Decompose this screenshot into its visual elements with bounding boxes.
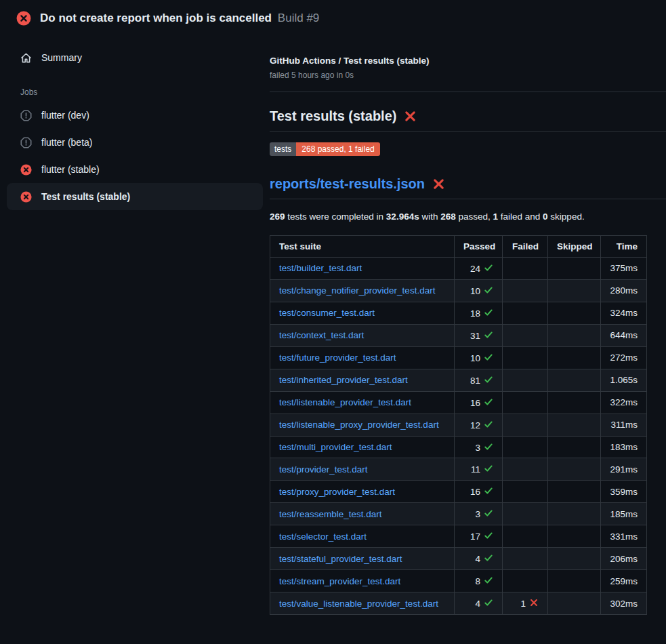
summary-passed: 268 xyxy=(440,212,456,222)
passed-cell: 4 xyxy=(455,592,503,615)
suite-link[interactable]: test/listenable_proxy_provider_test.dart xyxy=(279,420,439,430)
column-header-passed: Passed xyxy=(455,236,503,258)
tests-badge-label: tests xyxy=(270,142,296,156)
run-meta: failed 5 hours ago in 0s xyxy=(270,71,666,80)
suite-link[interactable]: test/multi_provider_test.dart xyxy=(279,442,392,452)
suite-cell: test/listenable_proxy_provider_test.dart xyxy=(270,414,455,436)
passed-count: 12 xyxy=(470,420,480,430)
suite-link[interactable]: test/future_provider_test.dart xyxy=(279,353,396,363)
sidebar-item-summary[interactable]: Summary xyxy=(7,45,263,71)
suite-cell: test/stateful_provider_test.dart xyxy=(270,548,455,570)
x-circle-fill-icon xyxy=(20,191,32,203)
green-check-icon xyxy=(484,576,493,585)
suite-cell: test/future_provider_test.dart xyxy=(270,346,455,369)
time-cell: 206ms xyxy=(601,548,647,570)
green-check-icon xyxy=(484,330,493,340)
skipped-cell xyxy=(548,391,601,414)
skipped-cell xyxy=(548,525,601,548)
summary-text: passed, xyxy=(456,212,493,222)
table-row: test/selector_test.dart17331ms xyxy=(270,525,647,548)
suite-link[interactable]: test/reassemble_test.dart xyxy=(279,509,382,519)
sidebar-job-flutter-dev[interactable]: flutter (dev) xyxy=(7,102,263,129)
sidebar-job-flutter-beta[interactable]: flutter (beta) xyxy=(7,129,263,156)
passed-count: 4 xyxy=(475,599,480,609)
sidebar-jobs-list: flutter (dev)flutter (beta)flutter (stab… xyxy=(0,102,270,210)
skipped-cell xyxy=(548,258,601,280)
build-title-text: Do not create report when job is cancell… xyxy=(40,12,272,24)
green-check-icon xyxy=(484,308,493,317)
suite-link[interactable]: test/listenable_provider_test.dart xyxy=(279,397,411,407)
job-label: flutter (dev) xyxy=(41,110,89,121)
job-label: Test results (stable) xyxy=(41,191,130,202)
report-file-link[interactable]: reports/test-results.json xyxy=(270,176,425,192)
skipped-cell xyxy=(548,302,601,324)
stop-octagon-icon xyxy=(20,137,32,148)
skipped-cell xyxy=(548,414,601,436)
passed-count: 3 xyxy=(475,442,480,452)
summary-line: 269 tests were completed in 32.964s with… xyxy=(270,212,666,222)
time-cell: 259ms xyxy=(601,570,647,592)
divider xyxy=(270,92,666,92)
suite-cell: test/selector_test.dart xyxy=(270,525,455,548)
column-header-failed: Failed xyxy=(503,236,548,258)
x-circle-fill-icon xyxy=(16,11,31,26)
time-cell: 359ms xyxy=(601,481,647,503)
suite-link[interactable]: test/selector_test.dart xyxy=(279,531,367,542)
failed-cell xyxy=(503,302,548,324)
passed-cell: 3 xyxy=(455,503,503,525)
build-title: Do not create report when job is cancell… xyxy=(40,12,319,25)
table-header-row: Test suitePassedFailedSkippedTime xyxy=(270,236,647,258)
table-row: test/stream_provider_test.dart8259ms xyxy=(270,570,647,592)
failed-cell xyxy=(503,324,548,346)
table-row: test/context_test.dart31644ms xyxy=(270,324,647,346)
green-check-icon xyxy=(484,263,493,273)
passed-count: 10 xyxy=(470,353,480,363)
summary-skipped: 0 xyxy=(543,212,548,222)
time-cell: 322ms xyxy=(601,391,647,414)
green-check-icon xyxy=(484,531,493,540)
check-breadcrumb: GitHub Actions / Test results (stable) xyxy=(270,56,666,66)
suite-link[interactable]: test/provider_test.dart xyxy=(279,464,368,475)
column-header-time: Time xyxy=(601,236,647,258)
build-header: Do not create report when job is cancell… xyxy=(0,0,666,35)
sidebar-job-test-results-stable[interactable]: Test results (stable) xyxy=(7,183,263,210)
passed-count: 18 xyxy=(470,308,480,319)
main-content: GitHub Actions / Test results (stable) f… xyxy=(270,35,666,615)
suite-link[interactable]: test/stream_provider_test.dart xyxy=(279,576,400,586)
green-check-icon xyxy=(484,508,493,518)
suite-link[interactable]: test/stateful_provider_test.dart xyxy=(279,554,402,564)
table-row: test/provider_test.dart11291ms xyxy=(270,458,647,481)
suite-link[interactable]: test/inherited_provider_test.dart xyxy=(279,375,408,385)
suite-link[interactable]: test/context_test.dart xyxy=(279,330,364,340)
test-results-table: Test suitePassedFailedSkippedTime test/b… xyxy=(270,235,647,615)
green-check-icon xyxy=(484,397,493,407)
section-title-row: Test results (stable) xyxy=(270,108,666,132)
suite-link[interactable]: test/proxy_provider_test.dart xyxy=(279,487,395,497)
suite-link[interactable]: test/consumer_test.dart xyxy=(279,308,375,318)
skipped-cell xyxy=(548,548,601,570)
sidebar: Summary Jobs flutter (dev)flutter (beta)… xyxy=(0,35,270,210)
failed-count: 1 xyxy=(520,599,526,609)
failed-cell xyxy=(503,279,548,302)
passed-cell: 81 xyxy=(455,369,503,391)
x-circle-fill-icon xyxy=(20,164,32,176)
tests-badge-value: 268 passed, 1 failed xyxy=(296,142,379,156)
suite-link[interactable]: test/value_listenable_provider_test.dart xyxy=(279,599,438,609)
table-row: test/multi_provider_test.dart3183ms xyxy=(270,436,647,458)
summary-text: skipped. xyxy=(548,212,585,222)
passed-cell: 10 xyxy=(455,279,503,302)
sidebar-job-flutter-stable[interactable]: flutter (stable) xyxy=(7,156,263,183)
suite-link[interactable]: test/change_notifier_provider_test.dart xyxy=(279,285,435,296)
red-cross-icon xyxy=(404,110,417,123)
time-cell: 311ms xyxy=(601,414,647,436)
page-layout: Summary Jobs flutter (dev)flutter (beta)… xyxy=(0,35,666,615)
green-check-icon xyxy=(484,353,493,362)
passed-cell: 16 xyxy=(455,481,503,503)
failed-cell: 1 xyxy=(503,592,548,615)
suite-link[interactable]: test/builder_test.dart xyxy=(279,263,362,273)
passed-cell: 8 xyxy=(455,570,503,592)
passed-count: 17 xyxy=(470,531,480,542)
passed-cell: 16 xyxy=(455,391,503,414)
failed-cell xyxy=(503,458,548,481)
time-cell: 644ms xyxy=(601,324,647,346)
